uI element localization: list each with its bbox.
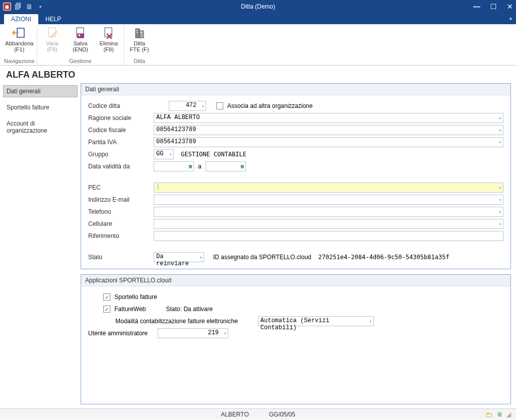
building-icon [132, 26, 147, 39]
abbandona-icon [12, 26, 27, 39]
svg-rect-3 [78, 34, 84, 38]
chevron-down-icon: ▾ [499, 198, 501, 202]
label-cell: Cellulare [88, 220, 154, 227]
label-piva: Partita IVA [88, 139, 154, 146]
tab-azioni[interactable]: AZIONI [4, 14, 38, 24]
titlebar: ▦ 🗐 🗎 ▾ Ditta (Demo) — ☐ ✕ [0, 0, 516, 13]
label-sportello-fatture: Sportello fatture [114, 293, 157, 301]
svg-rect-9 [137, 32, 138, 33]
sportello-fatture-checkbox[interactable]: ✓ [103, 293, 110, 301]
svg-rect-10 [141, 32, 142, 33]
qat-new-icon[interactable]: 🗐 [14, 3, 22, 11]
group-label-navigazione: Navigazione [4, 58, 35, 64]
qat-dropdown-icon[interactable]: ▾ [36, 3, 44, 11]
gruppo-code-value: GG [156, 150, 163, 157]
fattureweb-checkbox[interactable]: ✓ [103, 306, 110, 313]
email-field[interactable]: ▾ [154, 195, 503, 205]
label-email: Indirizzo E-mail [88, 196, 154, 203]
salva-sub: (END) [73, 46, 88, 52]
piva-value: 08564123789 [156, 138, 196, 145]
pec-field[interactable]: |▾ [154, 183, 503, 193]
label-ragione: Ragione sociale [88, 114, 154, 122]
quick-access-toolbar: ▦ 🗐 🗎 ▾ [3, 3, 44, 11]
label-associa: Associa ad altra organizzazione [227, 102, 312, 109]
utente-admin-field[interactable]: 219▾ [158, 328, 228, 338]
tel-field[interactable]: ▾ [154, 207, 503, 217]
salva-icon [73, 26, 88, 39]
chevron-down-icon: ▾ [202, 104, 204, 108]
panel-header-applicazioni: Applicazioni SPORTELLO.cloud [81, 275, 510, 286]
app-icon: ▦ [3, 3, 11, 11]
sidebar-item-account-organizzazione[interactable]: Account di organizzazione [3, 117, 78, 137]
label-codice-ditta: Codice ditta [88, 102, 154, 109]
ribbon-group-navigazione: Abbandona(F1) Navigazione [2, 25, 37, 65]
label-fattureweb: FattureWeb [114, 306, 146, 313]
label-validita: Data validità da [88, 163, 154, 170]
ribbon-collapse-icon[interactable]: ▴ [509, 15, 512, 21]
ribbon: Abbandona(F1) Navigazione Varia(F9) Salv… [0, 24, 516, 66]
label-stato: Stato [88, 254, 154, 261]
chevron-down-icon: ▾ [499, 128, 501, 133]
status-date: GG/05/05 [269, 411, 295, 418]
associa-checkbox[interactable] [216, 102, 223, 109]
label-modalita: Modalità contabilizzazione fatture elett… [115, 318, 238, 325]
close-button[interactable]: ✕ [507, 3, 513, 11]
panel-dati-generali: Dati generali Codice ditta 472▾ Associa … [81, 83, 511, 269]
sidebar: Dati generali Sportello fatture Account … [0, 83, 81, 408]
modalita-field[interactable]: Automatica (Servizi Contabili)▾ [258, 316, 374, 326]
abbandona-button[interactable]: Abbandona(F1) [6, 25, 32, 57]
monitor-icon[interactable]: 🖥 [496, 411, 502, 418]
svg-rect-4 [79, 34, 80, 36]
rif-field[interactable] [154, 231, 503, 241]
chevron-down-icon: ▾ [499, 210, 501, 214]
varia-icon [45, 26, 60, 39]
resize-grip-icon[interactable]: ◢ [506, 411, 511, 418]
elimina-sub: (F8) [103, 46, 113, 52]
piva-field[interactable]: 08564123789▾ [154, 137, 503, 147]
salva-button[interactable]: Salva(END) [68, 25, 94, 57]
sidebar-item-sportello-fatture[interactable]: Sportello fatture [3, 101, 78, 113]
group-label-ditta: Ditta [134, 58, 145, 64]
panel-header-dati-generali: Dati generali [81, 84, 510, 95]
stato-field[interactable]: Da reinviare▾ [154, 252, 204, 262]
ribbon-group-ditta: DittaFTE (F) Ditta [124, 25, 155, 65]
qat-export-icon[interactable]: 🗎 [25, 3, 33, 11]
chevron-down-icon: ▾ [369, 319, 372, 324]
label-fw-stato: Stato: Da attivare [166, 306, 213, 313]
elimina-button[interactable]: Elimina(F8) [96, 25, 122, 57]
chevron-down-icon: ▾ [499, 186, 501, 190]
ragione-field[interactable]: ALFA ALBERTO▾ [154, 113, 503, 123]
cf-value: 08564123789 [156, 126, 196, 133]
tab-help[interactable]: HELP [38, 14, 68, 24]
cf-field[interactable]: 08564123789▾ [154, 125, 503, 135]
salva-label: Salva [74, 40, 88, 46]
gruppo-code-field[interactable]: GG▾ [154, 149, 174, 159]
minimize-button[interactable]: — [473, 3, 480, 11]
cell-field[interactable]: ▾ [154, 219, 503, 229]
main-area: Dati generali Sportello fatture Account … [0, 83, 516, 408]
folder-icon[interactable]: 🗀 [485, 410, 492, 418]
window-controls: — ☐ ✕ [473, 3, 513, 11]
elimina-icon [101, 26, 116, 39]
abbandona-sub: (F1) [14, 46, 24, 52]
stato-value: Da reinviare [156, 253, 189, 267]
abbandona-label: Abbandona [5, 40, 33, 46]
validita-a-field[interactable]: ▦ [206, 161, 246, 171]
utente-admin-value: 219 [208, 329, 219, 336]
label-gruppo: Gruppo [88, 151, 154, 158]
gruppo-desc: GESTIONE CONTABILE [181, 151, 246, 158]
status-user: ALBERTO [221, 411, 249, 418]
label-id-sportello: ID assegnato da SPORTELLO.cloud [213, 254, 311, 261]
dittafte-button[interactable]: DittaFTE (F) [126, 25, 153, 57]
chevron-down-icon: ▾ [200, 255, 202, 260]
maximize-button[interactable]: ☐ [490, 3, 497, 11]
validita-da-field[interactable]: ▦ [154, 161, 194, 171]
dittafte-label: Ditta [134, 40, 145, 46]
dittafte-sub: FTE (F) [130, 46, 149, 52]
sidebar-item-dati-generali[interactable]: Dati generali [3, 85, 78, 97]
codice-ditta-field[interactable]: 472▾ [169, 101, 206, 111]
menu-tabs: AZIONI HELP ▴ [0, 13, 516, 24]
chevron-down-icon: ▾ [169, 152, 172, 157]
chevron-down-icon: ▾ [224, 331, 226, 336]
panel-applicazioni: Applicazioni SPORTELLO.cloud ✓ Sportello… [81, 274, 511, 404]
